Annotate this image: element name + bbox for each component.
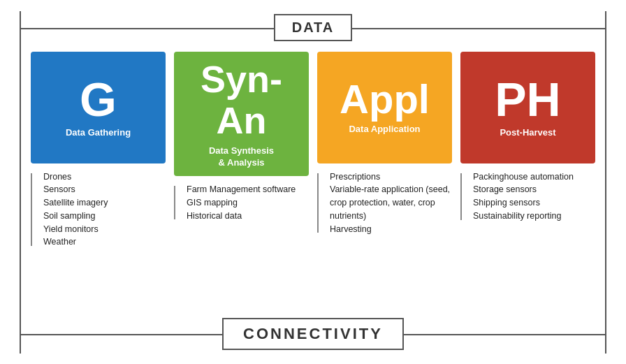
data-label: DATA <box>274 14 353 41</box>
title-syn-an: Data Synthesis& Analysis <box>209 145 274 169</box>
box-appl: Appl Data Application <box>317 52 452 163</box>
letter-appl: Appl <box>340 79 430 119</box>
list-item: Yield monitors <box>43 223 166 236</box>
list-item: GIS mapping <box>187 196 309 210</box>
title-data-gathering: Data Gathering <box>66 127 131 139</box>
list-data-gathering: Drones Sensors Satellite imagery Soil sa… <box>36 170 166 249</box>
letter-ph: PH <box>495 75 560 123</box>
list-item: Shipping sensors <box>473 196 595 210</box>
bottom-bar: CONNECTIVITY <box>21 314 605 354</box>
column-post-harvest: PH Post-Harvest Packinghouse automation … <box>456 52 599 307</box>
column-data-gathering: G Data Gathering Drones Sensors Satellit… <box>27 52 170 307</box>
list-appl: Prescriptions Variable-rate application … <box>323 170 452 236</box>
main-content: G Data Gathering Drones Sensors Satellit… <box>21 45 605 314</box>
list-item: Satellite imagery <box>43 196 166 210</box>
column-appl: Appl Data Application Prescriptions Vari… <box>313 52 456 307</box>
top-bar: DATA <box>21 11 605 45</box>
list-item: Variable-rate application (seed, crop pr… <box>330 183 452 222</box>
list-item: Drones <box>43 170 166 184</box>
list-item: Prescriptions <box>330 170 452 184</box>
list-item: Farm Management software <box>187 183 309 196</box>
title-post-harvest: Post-Harvest <box>500 127 555 139</box>
column-syn-an: Syn-An Data Synthesis& Analysis Farm Man… <box>170 52 313 307</box>
title-appl: Data Application <box>349 124 420 136</box>
list-post-harvest: Packinghouse automation Storage sensors … <box>466 170 595 223</box>
list-item: Soil sampling <box>43 210 166 223</box>
letter-syn-an: Syn-An <box>201 59 282 142</box>
list-item: Harvesting <box>330 223 452 236</box>
list-item: Packinghouse automation <box>473 170 595 184</box>
list-item: Historical data <box>187 210 309 223</box>
list-syn-an: Farm Management software GIS mapping His… <box>180 183 309 222</box>
list-item: Weather <box>43 235 166 249</box>
box-data-gathering: G Data Gathering <box>31 52 166 163</box>
bullets-data-gathering: Drones Sensors Satellite imagery Soil sa… <box>31 170 166 249</box>
list-item: Sustainability reporting <box>473 210 595 223</box>
box-syn-an: Syn-An Data Synthesis& Analysis <box>174 52 309 177</box>
bullets-post-harvest: Packinghouse automation Storage sensors … <box>460 170 595 223</box>
diagram-container: DATA G Data Gathering Drones Sensors Sat… <box>20 11 606 354</box>
box-post-harvest: PH Post-Harvest <box>460 52 595 163</box>
connectivity-label: CONNECTIVITY <box>222 318 404 350</box>
letter-g: G <box>80 75 117 123</box>
list-item: Storage sensors <box>473 183 595 196</box>
bullets-appl: Prescriptions Variable-rate application … <box>317 170 452 236</box>
list-item: Sensors <box>43 183 166 196</box>
bullets-syn-an: Farm Management software GIS mapping His… <box>174 183 309 222</box>
